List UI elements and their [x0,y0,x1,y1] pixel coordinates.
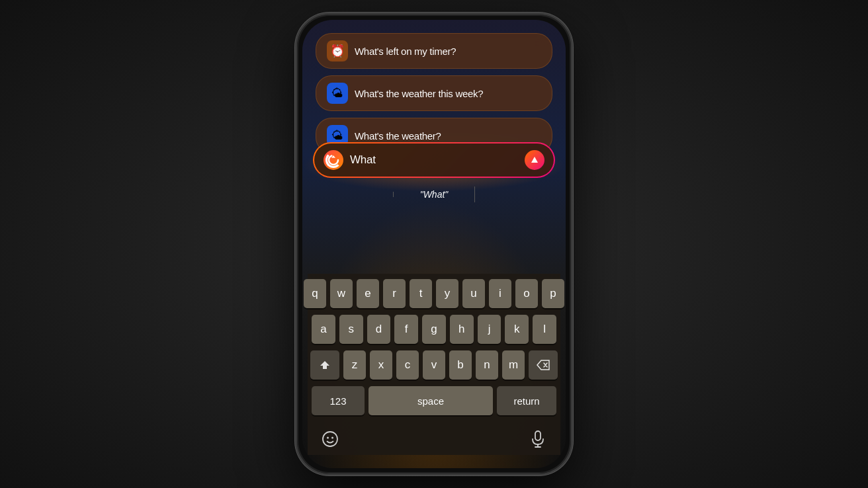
emoji-icon[interactable] [318,427,342,451]
key-k[interactable]: k [505,315,529,344]
key-o[interactable]: o [515,279,538,308]
suggestion-timer[interactable]: ⏰ What's left on my timer? [316,33,552,69]
key-r[interactable]: r [383,279,406,308]
suggestion-weather-week-text: What's the weather this week? [355,88,483,99]
mic-icon[interactable] [526,427,550,451]
key-p[interactable]: p [542,279,564,308]
key-z[interactable]: z [343,350,366,380]
svg-rect-5 [535,431,541,440]
phone-screen: ⏰ What's left on my timer? 🌤 What's the … [302,20,566,468]
key-l[interactable]: l [533,315,556,344]
key-g[interactable]: g [422,315,446,344]
keyboard-row-1: q w e r t y u i o p [312,279,556,308]
key-x[interactable]: x [370,350,392,380]
key-shift[interactable] [310,350,339,380]
autocomplete-left[interactable] [313,192,394,197]
svg-point-3 [327,437,329,439]
autocomplete-right[interactable] [475,192,555,197]
key-y[interactable]: y [436,279,458,308]
suggestion-weather-text: What's the weather? [355,130,441,142]
key-q[interactable]: q [304,279,326,308]
svg-point-0 [329,155,338,165]
key-delete[interactable] [529,350,558,380]
svg-point-2 [323,432,337,446]
suggestion-weather-week[interactable]: 🌤 What's the weather this week? [316,75,552,111]
siri-input-container: What [313,142,555,178]
keyboard-bottom-row: 123 space return [312,386,556,415]
timer-icon: ⏰ [327,40,348,61]
key-return[interactable]: return [497,386,556,415]
key-d[interactable]: d [367,315,391,344]
key-j[interactable]: j [478,315,501,344]
phone-frame: ⏰ What's left on my timer? 🌤 What's the … [295,13,573,475]
key-numbers[interactable]: 123 [312,386,365,415]
siri-input-wrapper: What [313,142,555,178]
keyboard-row-3: z x c v b n m [312,350,556,380]
key-t[interactable]: t [410,279,432,308]
suggestions-area: ⏰ What's left on my timer? 🌤 What's the … [316,33,552,160]
phone-wrapper: ⏰ What's left on my timer? 🌤 What's the … [295,13,573,475]
key-c[interactable]: c [396,350,419,380]
key-n[interactable]: n [476,350,498,380]
key-i[interactable]: i [489,279,511,308]
key-u[interactable]: u [462,279,485,308]
key-v[interactable]: v [423,350,445,380]
key-b[interactable]: b [449,350,472,380]
keyboard-row-2: a s d f g h j k l [312,315,556,344]
autocomplete-center[interactable]: "What" [394,186,474,202]
key-m[interactable]: m [502,350,525,380]
key-f[interactable]: f [394,315,418,344]
siri-logo-icon [324,150,343,170]
key-a[interactable]: a [312,315,335,344]
siri-input-text[interactable]: What [350,153,518,167]
key-w[interactable]: w [330,279,353,308]
key-s[interactable]: s [339,315,363,344]
scene: ⏰ What's left on my timer? 🌤 What's the … [0,0,868,488]
keyboard-icon-row [312,422,556,455]
keyboard: q w e r t y u i o p a s [308,274,560,455]
siri-input-inner: What [314,143,554,177]
suggestion-timer-text: What's left on my timer? [355,46,456,57]
svg-point-4 [331,437,333,439]
key-h[interactable]: h [450,315,474,344]
svg-marker-1 [331,155,335,158]
siri-send-button[interactable] [525,150,544,170]
weather-week-icon: 🌤 [327,83,348,104]
key-e[interactable]: e [357,279,379,308]
key-space[interactable]: space [369,386,493,415]
autocomplete-bar: "What" [313,184,555,205]
